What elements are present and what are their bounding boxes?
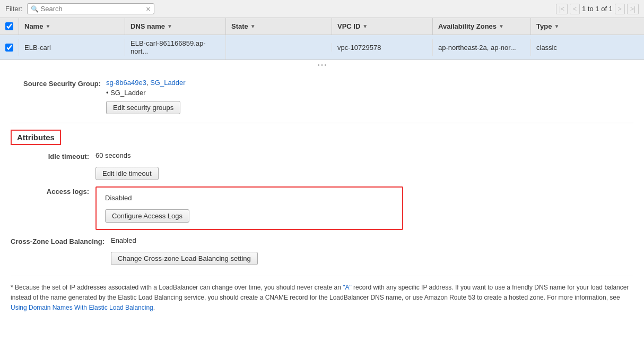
td-checkbox[interactable] — [0, 39, 19, 56]
source-security-group-row: Source Security Group: sg-8b6a49e3, SG_L… — [11, 79, 633, 114]
source-sg-value: sg-8b6a49e3, SG_Ladder • SG_Ladder Edit … — [106, 79, 633, 114]
table-header: Name ▼ DNS name ▼ State ▼ VPC ID ▼ Avail… — [0, 18, 644, 35]
idle-timeout-row: Idle timeout: 60 seconds Edit idle timeo… — [11, 151, 633, 180]
th-type[interactable]: Type ▼ — [531, 18, 644, 35]
access-logs-value: Disabled — [105, 194, 394, 202]
edit-idle-timeout-button[interactable]: Edit idle timeout — [95, 167, 159, 180]
footnote-text1: * Because the set of IP addresses associ… — [11, 284, 343, 291]
sg-bullet-item: • SG_Ladder — [106, 89, 633, 97]
footnote-link[interactable]: Using Domain Names With Elastic Load Bal… — [11, 304, 153, 311]
search-icon: 🔍 — [31, 5, 39, 13]
detail-panel: Source Security Group: sg-8b6a49e3, SG_L… — [0, 70, 644, 322]
sg-link-1[interactable]: sg-8b6a49e3 — [106, 79, 146, 87]
pagination-prev-button[interactable]: < — [570, 4, 580, 14]
idle-timeout-value-col: 60 seconds Edit idle timeout — [95, 151, 633, 180]
sort-arrow-state: ▼ — [250, 23, 256, 29]
sort-arrow-name: ▼ — [45, 23, 50, 29]
td-state — [226, 43, 332, 52]
sort-arrow-az: ▼ — [499, 23, 504, 29]
access-logs-label: Access logs: — [11, 186, 95, 196]
idle-timeout-value: 60 seconds — [95, 151, 633, 159]
access-logs-highlight-box: Disabled Configure Access Logs — [95, 186, 403, 230]
th-az[interactable]: Availability Zones ▼ — [433, 18, 531, 35]
row-checkbox[interactable] — [5, 44, 13, 52]
pagination-text: 1 to 1 of 1 — [582, 5, 613, 13]
drag-handle[interactable]: • • • — [0, 60, 644, 70]
footnote-quote: "A" — [343, 284, 352, 291]
footnote-text3: . — [153, 304, 155, 311]
filter-bar: Filter: 🔍 × |< < 1 to 1 of 1 > >| — [0, 0, 644, 18]
sort-arrow-vpc: ▼ — [362, 23, 368, 29]
source-sg-label: Source Security Group: — [11, 79, 106, 88]
attributes-title: Attributes — [11, 130, 61, 145]
th-vpc[interactable]: VPC ID ▼ — [332, 18, 433, 35]
sg-link-2[interactable]: SG_Ladder — [150, 79, 186, 87]
pagination: |< < 1 to 1 of 1 > >| — [556, 4, 639, 14]
td-type: classic — [531, 39, 644, 56]
change-cross-zone-button[interactable]: Change Cross-zone Load Balancing setting — [111, 252, 258, 265]
pagination-last-button[interactable]: >| — [627, 4, 639, 14]
access-logs-value-col: Disabled Configure Access Logs — [95, 186, 633, 230]
cross-zone-value: Enabled — [111, 236, 633, 244]
sort-arrow-type: ▼ — [554, 23, 559, 29]
search-input[interactable] — [41, 5, 144, 13]
attributes-header: Attributes — [11, 123, 633, 145]
th-checkbox[interactable] — [0, 18, 19, 35]
table-row[interactable]: ELB-carl ELB-carl-861166859.ap-nort... v… — [0, 35, 644, 60]
clear-icon[interactable]: × — [146, 5, 150, 13]
th-name[interactable]: Name ▼ — [19, 18, 125, 35]
pagination-first-button[interactable]: |< — [556, 4, 568, 14]
edit-security-groups-button[interactable]: Edit security groups — [106, 101, 180, 114]
select-all-checkbox[interactable] — [5, 22, 13, 30]
filter-label: Filter: — [5, 5, 23, 13]
search-box: 🔍 × — [27, 3, 154, 14]
cross-zone-row: Cross-Zone Load Balancing: Enabled Chang… — [11, 236, 633, 265]
configure-access-logs-button[interactable]: Configure Access Logs — [105, 209, 189, 223]
td-az: ap-northeast-2a, ap-nor... — [433, 39, 531, 56]
th-dns[interactable]: DNS name ▼ — [125, 18, 226, 35]
td-dns: ELB-carl-861166859.ap-nort... — [125, 35, 226, 60]
td-name: ELB-carl — [19, 39, 125, 56]
sort-arrow-dns: ▼ — [167, 23, 172, 29]
cross-zone-value-col: Enabled Change Cross-zone Load Balancing… — [111, 236, 633, 265]
access-logs-row: Access logs: Disabled Configure Access L… — [11, 186, 633, 230]
td-vpc: vpc-10729578 — [332, 39, 433, 56]
footnote: * Because the set of IP addresses associ… — [11, 276, 633, 313]
cross-zone-label: Cross-Zone Load Balancing: — [11, 236, 111, 245]
th-state[interactable]: State ▼ — [226, 18, 332, 35]
idle-timeout-label: Idle timeout: — [11, 151, 95, 160]
pagination-next-button[interactable]: > — [615, 4, 625, 14]
